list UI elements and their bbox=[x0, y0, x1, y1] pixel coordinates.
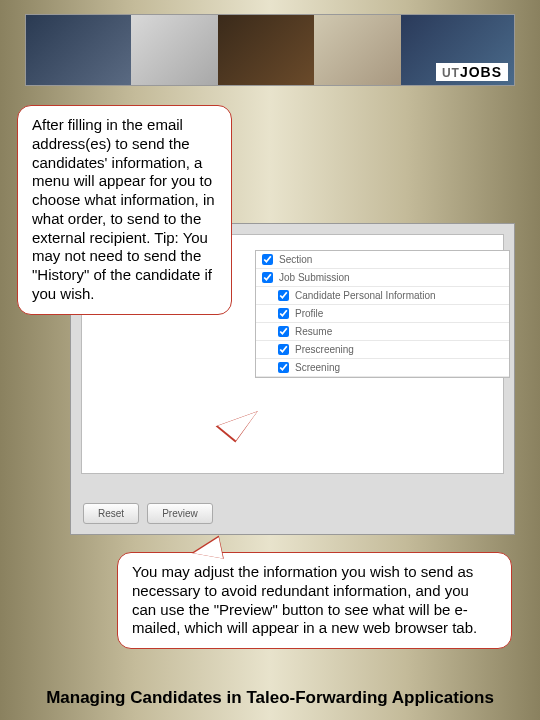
checkbox-resume[interactable] bbox=[278, 326, 289, 337]
callout-text: After filling in the email address(es) t… bbox=[32, 116, 215, 302]
callout-bottom: You may adjust the information you wish … bbox=[117, 552, 512, 649]
option-candidate-personal-info[interactable]: Candidate Personal Information bbox=[256, 287, 509, 305]
option-screening[interactable]: Screening bbox=[256, 359, 509, 377]
callout-top: After filling in the email address(es) t… bbox=[17, 105, 232, 315]
option-label: Candidate Personal Information bbox=[295, 290, 436, 301]
option-label: Job Submission bbox=[279, 272, 350, 283]
banner-photo-5: UTJOBS bbox=[401, 15, 514, 85]
checkbox-section[interactable] bbox=[262, 254, 273, 265]
checkbox-screening[interactable] bbox=[278, 362, 289, 373]
option-job-submission[interactable]: Job Submission bbox=[256, 269, 509, 287]
page-title: Managing Candidates in Taleo-Forwarding … bbox=[0, 688, 540, 708]
callout-tail bbox=[218, 411, 264, 444]
callout-text: You may adjust the information you wish … bbox=[132, 563, 477, 636]
header-banner: UTJOBS bbox=[25, 14, 515, 86]
checkbox-cpi[interactable] bbox=[278, 290, 289, 301]
option-section[interactable]: Section bbox=[256, 251, 509, 269]
option-label: Section bbox=[279, 254, 312, 265]
options-panel: Section Job Submission Candidate Persona… bbox=[255, 250, 510, 378]
checkbox-job-submission[interactable] bbox=[262, 272, 273, 283]
banner-photo-3 bbox=[218, 15, 314, 85]
checkbox-prescreening[interactable] bbox=[278, 344, 289, 355]
option-profile[interactable]: Profile bbox=[256, 305, 509, 323]
button-row: Reset Preview bbox=[83, 503, 213, 524]
banner-photo-1 bbox=[26, 15, 131, 85]
option-resume[interactable]: Resume bbox=[256, 323, 509, 341]
option-label: Resume bbox=[295, 326, 332, 337]
option-label: Prescreening bbox=[295, 344, 354, 355]
option-label: Screening bbox=[295, 362, 340, 373]
preview-button[interactable]: Preview bbox=[147, 503, 213, 524]
ut-jobs-logo: UTJOBS bbox=[436, 63, 508, 81]
option-prescreening[interactable]: Prescreening bbox=[256, 341, 509, 359]
banner-photo-4 bbox=[314, 15, 401, 85]
checkbox-profile[interactable] bbox=[278, 308, 289, 319]
banner-photo-2 bbox=[131, 15, 218, 85]
option-label: Profile bbox=[295, 308, 323, 319]
reset-button[interactable]: Reset bbox=[83, 503, 139, 524]
